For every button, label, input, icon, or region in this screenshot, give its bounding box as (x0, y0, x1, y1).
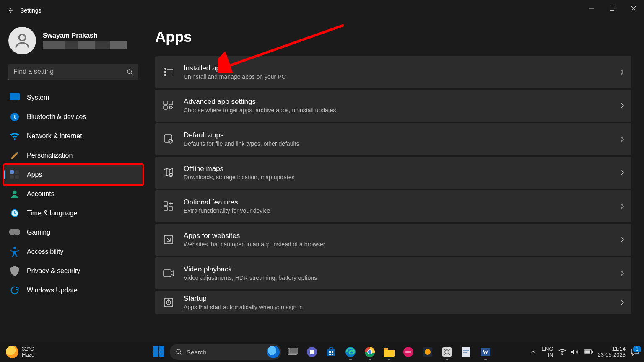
taskbar-search[interactable]: Search (170, 344, 281, 360)
card-subtitle: Apps that start automatically when you s… (184, 304, 303, 310)
sidebar-item-privacy[interactable]: Privacy & security (4, 261, 143, 281)
svg-rect-66 (463, 352, 467, 353)
card-subtitle: Extra functionality for your device (184, 207, 270, 214)
chevron-right-icon (620, 299, 625, 306)
taskbar-app-4[interactable] (458, 344, 474, 360)
startup-icon (163, 297, 174, 308)
nav-list: System Bluetooth & devices Network & int… (0, 86, 147, 300)
taskbar-word[interactable]: W (478, 344, 493, 360)
sidebar-item-label: Privacy & security (27, 267, 80, 275)
apps-for-websites-icon (163, 234, 174, 246)
tray-battery[interactable] (584, 349, 593, 354)
svg-rect-38 (159, 346, 164, 352)
chevron-right-icon (620, 169, 625, 176)
taskbar-chat[interactable] (304, 344, 320, 360)
sidebar-item-label: Accessibility (27, 248, 63, 256)
svg-rect-6 (13, 101, 16, 101)
chevron-up-icon (530, 349, 536, 355)
sidebar-item-personalization[interactable]: Personalization (4, 146, 143, 165)
user-panel[interactable]: Swayam Prakash (0, 26, 147, 59)
svg-rect-37 (153, 346, 158, 352)
sidebar-item-label: Bluetooth & devices (27, 113, 86, 121)
sidebar-item-label: Time & language (27, 209, 77, 217)
card-startup[interactable]: StartupApps that start automatically whe… (155, 291, 631, 314)
svg-point-12 (13, 191, 16, 194)
titlebar: Settings (0, 0, 644, 21)
taskbar-app-3[interactable] (439, 344, 455, 360)
card-title: Video playback (184, 265, 317, 274)
taskbar-app-2[interactable] (420, 344, 436, 360)
svg-rect-32 (169, 207, 173, 210)
sidebar-item-bluetooth[interactable]: Bluetooth & devices (4, 107, 143, 127)
shield-icon (9, 266, 20, 277)
store-icon (326, 346, 337, 357)
advanced-app-settings-icon (163, 100, 174, 111)
sidebar-item-accessibility[interactable]: Accessibility (4, 242, 143, 261)
card-subtitle: Downloads, storage location, map updates (184, 174, 295, 181)
tray-chevron[interactable] (530, 349, 536, 355)
svg-rect-2 (610, 7, 614, 11)
card-subtitle: Uninstall and manage apps on your PC (184, 73, 286, 80)
search-input[interactable] (8, 64, 138, 80)
app-icon (422, 346, 433, 357)
taskbar-explorer[interactable] (381, 344, 397, 360)
battery-icon (584, 349, 593, 354)
back-button[interactable] (0, 0, 20, 21)
card-offline-maps[interactable]: Offline mapsDownloads, storage location,… (155, 157, 631, 189)
svg-rect-10 (10, 175, 14, 179)
folder-icon (383, 347, 395, 357)
card-default-apps[interactable]: Default appsDefaults for file and link t… (155, 123, 631, 155)
maximize-button[interactable] (602, 0, 623, 17)
chat-icon (306, 346, 317, 357)
svg-rect-49 (329, 354, 331, 355)
sidebar-item-update[interactable]: Windows Update (4, 281, 143, 300)
start-button[interactable] (151, 344, 166, 360)
card-title: Optional features (184, 198, 270, 207)
sidebar-item-gaming[interactable]: Gaming (4, 223, 143, 242)
notifications-button[interactable]: 1 (631, 348, 639, 356)
video-playback-icon (163, 267, 174, 279)
notification-badge: 1 (633, 346, 641, 352)
svg-point-19 (164, 71, 166, 73)
card-subtitle: Video adjustments, HDR streaming, batter… (184, 274, 317, 281)
task-view-button[interactable] (285, 344, 301, 360)
bing-icon (267, 346, 280, 358)
taskbar-store[interactable] (323, 344, 339, 360)
weather-widget[interactable]: 32°CHaze (6, 346, 34, 358)
task-view-icon (288, 348, 298, 356)
sidebar-item-label: Gaming (27, 229, 50, 236)
sidebar-item-network[interactable]: Network & internet (4, 127, 143, 146)
sidebar-item-label: Personalization (27, 152, 73, 159)
minimize-button[interactable] (581, 0, 602, 17)
language-indicator[interactable]: ENGIN (541, 346, 553, 358)
card-advanced-app-settings[interactable]: Advanced app settingsChoose where to get… (155, 90, 631, 122)
sidebar-item-system[interactable]: System (4, 88, 143, 107)
sidebar-item-accounts[interactable]: Accounts (4, 184, 143, 204)
card-optional-features[interactable]: Optional featuresExtra functionality for… (155, 190, 631, 222)
sidebar-item-apps[interactable]: Apps (4, 165, 143, 184)
taskbar-chrome[interactable] (362, 344, 378, 360)
search-icon (176, 349, 182, 355)
sidebar-item-label: Network & internet (27, 132, 82, 140)
chrome-icon (364, 346, 375, 357)
tray-wifi[interactable] (558, 349, 566, 355)
wifi-icon (9, 131, 20, 142)
taskbar-app-1[interactable] (400, 344, 416, 360)
tray-volume[interactable] (571, 349, 579, 355)
gear-icon (441, 346, 452, 357)
card-video-playback[interactable]: Video playbackVideo adjustments, HDR str… (155, 257, 631, 289)
svg-point-17 (164, 68, 166, 70)
chevron-right-icon (620, 270, 625, 277)
taskbar-edge[interactable] (343, 344, 358, 360)
person-icon (13, 31, 31, 50)
edge-icon (345, 346, 356, 357)
svg-point-41 (177, 349, 180, 353)
update-icon (9, 285, 20, 296)
clock[interactable]: 11:1423-05-2023 (598, 346, 626, 358)
card-apps-for-websites[interactable]: Apps for websitesWebsites that can open … (155, 224, 631, 256)
sidebar-item-time[interactable]: Time & language (4, 204, 143, 223)
user-name: Swayam Prakash (43, 32, 127, 39)
search-icon (127, 64, 133, 80)
close-button[interactable] (623, 0, 644, 17)
sidebar-item-label: Apps (27, 171, 42, 178)
